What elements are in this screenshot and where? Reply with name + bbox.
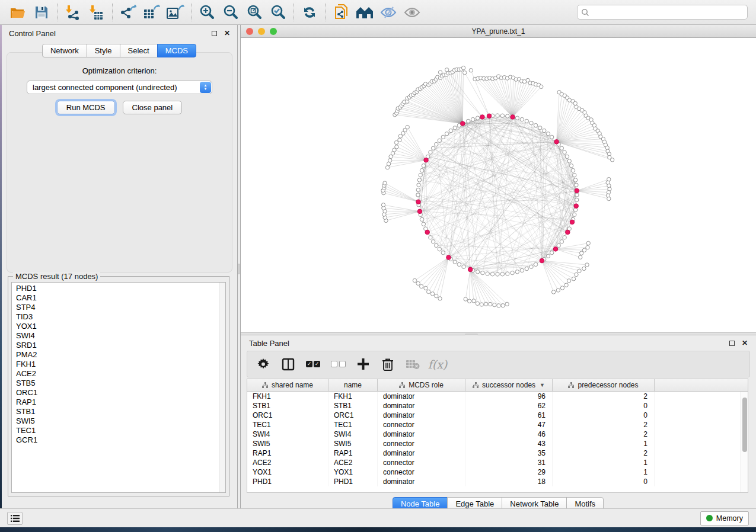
memory-button[interactable]: Memory	[700, 511, 749, 525]
table-cell-successor-nodes[interactable]: 18	[465, 477, 553, 486]
table-cell-shared-name[interactable]: FKH1	[247, 392, 328, 401]
table-cell-predecessor-nodes[interactable]: 1	[553, 439, 655, 448]
select-all-checkboxes-icon[interactable]: ✓✓	[301, 354, 326, 374]
column-header-successor-nodes[interactable]: successor nodes ▼	[465, 379, 553, 391]
mcds-result-item[interactable]: TEC1	[16, 426, 217, 435]
table-cell-name[interactable]: ACE2	[328, 458, 378, 467]
mcds-result-item[interactable]: GCR1	[16, 435, 217, 445]
column-layout-icon[interactable]	[276, 354, 301, 374]
table-cell-shared-name[interactable]: RAP1	[247, 448, 328, 458]
export-network-icon[interactable]	[116, 3, 140, 22]
table-cell-mcds-role[interactable]: dominator	[378, 401, 465, 411]
table-cell-successor-nodes[interactable]: 61	[465, 411, 553, 420]
mcds-result-item[interactable]: TID3	[16, 312, 217, 322]
close-panel-button[interactable]: Close panel	[123, 101, 183, 114]
table-row[interactable]: STB1STB1dominator620	[247, 401, 748, 411]
table-scrollbar[interactable]	[741, 392, 748, 492]
table-row[interactable]: SWI5SWI5connector431	[247, 439, 748, 448]
table-row[interactable]: YOX1YOX1connector291	[247, 467, 748, 477]
table-cell-shared-name[interactable]: TEC1	[247, 420, 328, 430]
zoom-in-icon[interactable]	[195, 3, 219, 22]
import-table-icon[interactable]	[85, 3, 109, 22]
table-scrollbar-thumb[interactable]	[742, 398, 747, 452]
zoom-out-icon[interactable]	[219, 3, 243, 22]
close-table-panel-icon[interactable]: ✕	[742, 339, 748, 347]
column-header-mcds-role[interactable]: MCDS role	[378, 379, 465, 391]
table-cell-successor-nodes[interactable]: 47	[465, 420, 553, 430]
table-cell-name[interactable]: FKH1	[328, 392, 378, 401]
table-cell-mcds-role[interactable]: dominator	[378, 411, 465, 420]
mcds-result-item[interactable]: SWI4	[16, 331, 217, 341]
table-cell-mcds-role[interactable]: connector	[378, 439, 465, 448]
table-cell-mcds-role[interactable]: connector	[378, 467, 465, 477]
column-header-shared-name[interactable]: shared name	[247, 379, 328, 391]
table-cell-shared-name[interactable]: STB1	[247, 401, 328, 411]
table-row[interactable]: FKH1FKH1dominator962	[247, 392, 748, 401]
table-row[interactable]: RAP1RAP1dominator352	[247, 448, 748, 458]
tab-mcds[interactable]: MCDS	[157, 44, 196, 57]
table-cell-mcds-role[interactable]: dominator	[378, 477, 465, 486]
table-cell-predecessor-nodes[interactable]: 2	[553, 392, 655, 401]
table-cell-shared-name[interactable]: SWI4	[247, 430, 328, 439]
hide-graphics-details-icon[interactable]	[377, 3, 400, 22]
table-cell-shared-name[interactable]: YOX1	[247, 467, 328, 477]
table-cell-mcds-role[interactable]: dominator	[378, 448, 465, 458]
save-session-icon[interactable]	[30, 3, 53, 22]
mcds-result-item[interactable]: STB1	[16, 407, 217, 416]
table-cell-shared-name[interactable]: ORC1	[247, 411, 328, 420]
table-cell-predecessor-nodes[interactable]: 0	[553, 401, 655, 411]
open-network-file-icon[interactable]	[329, 3, 353, 22]
mcds-result-item[interactable]: FKH1	[16, 360, 217, 369]
show-graphics-details-icon[interactable]	[400, 3, 424, 22]
network-canvas[interactable]	[241, 38, 756, 332]
table-cell-name[interactable]: YOX1	[328, 467, 378, 477]
table-cell-predecessor-nodes[interactable]: 1	[553, 458, 655, 467]
deselect-all-checkboxes-icon[interactable]	[326, 354, 350, 374]
table-cell-name[interactable]: PHD1	[328, 477, 378, 486]
import-network-icon[interactable]	[61, 3, 85, 22]
table-cell-name[interactable]: TEC1	[328, 420, 378, 430]
export-table-icon[interactable]	[140, 3, 164, 22]
table-cell-mcds-role[interactable]: connector	[378, 420, 465, 430]
zoom-fit-icon[interactable]	[243, 3, 266, 22]
column-header-predecessor-nodes[interactable]: predecessor nodes	[553, 379, 655, 391]
mcds-result-item[interactable]: SWI5	[16, 416, 217, 426]
table-cell-successor-nodes[interactable]: 96	[465, 392, 553, 401]
tab-network[interactable]: Network	[42, 44, 87, 57]
tab-select[interactable]: Select	[120, 44, 158, 57]
mcds-result-item[interactable]: RAP1	[16, 398, 217, 407]
table-cell-name[interactable]: SWI5	[328, 439, 378, 448]
mcds-result-item[interactable]: ACE2	[16, 369, 217, 379]
close-window-traffic-light[interactable]	[246, 28, 253, 35]
table-row[interactable]: ACE2ACE2connector311	[247, 458, 748, 467]
mcds-result-item[interactable]: CAR1	[16, 293, 217, 303]
network-graph[interactable]	[241, 38, 755, 332]
add-column-icon[interactable]	[350, 354, 375, 374]
table-cell-successor-nodes[interactable]: 35	[465, 448, 553, 458]
maximize-window-traffic-light[interactable]	[270, 28, 277, 35]
column-header-name[interactable]: name	[328, 379, 378, 391]
table-row[interactable]: PHD1PHD1dominator180	[247, 477, 748, 486]
refresh-network-icon[interactable]	[298, 3, 321, 22]
open-folder-icon[interactable]	[6, 3, 30, 22]
table-cell-successor-nodes[interactable]: 29	[465, 467, 553, 477]
task-history-button[interactable]	[7, 512, 23, 525]
table-cell-successor-nodes[interactable]: 43	[465, 439, 553, 448]
table-cell-shared-name[interactable]: SWI5	[247, 439, 328, 448]
table-cell-name[interactable]: RAP1	[328, 448, 378, 458]
node-table[interactable]: shared name name MCDS role successor nod…	[247, 379, 748, 493]
table-cell-shared-name[interactable]: ACE2	[247, 458, 328, 467]
tab-style[interactable]: Style	[87, 44, 120, 57]
table-cell-predecessor-nodes[interactable]: 2	[553, 420, 655, 430]
table-cell-successor-nodes[interactable]: 62	[465, 401, 553, 411]
gear-icon[interactable]	[251, 354, 276, 374]
table-row[interactable]: TEC1TEC1connector472	[247, 420, 748, 430]
table-cell-mcds-role[interactable]: connector	[378, 458, 465, 467]
search-input[interactable]	[592, 8, 744, 17]
table-cell-successor-nodes[interactable]: 46	[465, 430, 553, 439]
table-cell-name[interactable]: ORC1	[328, 411, 378, 420]
table-cell-successor-nodes[interactable]: 31	[465, 458, 553, 467]
mcds-result-item[interactable]: STP4	[16, 303, 217, 312]
network-overview-icon[interactable]	[353, 3, 377, 22]
mcds-result-item[interactable]: ORC1	[16, 388, 217, 398]
